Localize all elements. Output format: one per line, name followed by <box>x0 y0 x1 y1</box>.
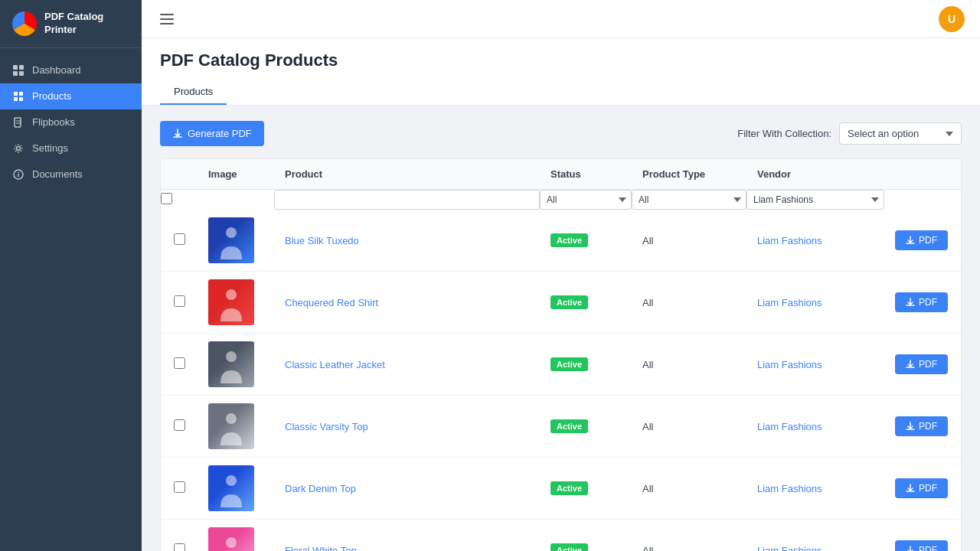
product-image <box>208 279 254 325</box>
dashboard-icon <box>12 64 24 77</box>
download-icon <box>906 422 915 431</box>
product-name[interactable]: Floral White Top <box>285 545 357 552</box>
row-checkbox[interactable] <box>174 357 185 369</box>
product-type-cell: All <box>632 396 746 458</box>
app-name: PDF Catalog Printer <box>44 11 129 37</box>
documents-icon <box>12 168 24 181</box>
generate-pdf-button[interactable]: Generate PDF <box>160 121 264 146</box>
status-filter-select[interactable]: All <box>540 190 632 210</box>
tab-products[interactable]: Products <box>160 80 227 105</box>
product-type-cell: All <box>632 520 746 552</box>
svg-rect-2 <box>13 71 18 76</box>
hamburger-menu[interactable] <box>157 11 177 28</box>
app-logo: PDF Catalog Printer <box>0 0 142 48</box>
svg-rect-5 <box>19 92 23 96</box>
pdf-button[interactable]: PDF <box>895 478 948 498</box>
svg-rect-8 <box>15 118 21 127</box>
page-tabs: Products <box>160 80 962 105</box>
status-badge: Active <box>550 357 588 371</box>
sidebar: PDF Catalog Printer Dashboard Products F… <box>0 0 142 551</box>
table-row: Floral White Top Active All Liam Fashion… <box>161 520 961 552</box>
table-row: Blue Silk Tuxedo Active All Liam Fashion… <box>161 210 961 272</box>
sidebar-item-dashboard[interactable]: Dashboard <box>0 57 142 83</box>
sidebar-item-label: Flipbooks <box>32 116 75 128</box>
vendor-link[interactable]: Liam Fashions <box>757 235 822 246</box>
product-filter-input[interactable] <box>274 190 540 210</box>
th-status: Status <box>540 159 632 190</box>
product-image <box>208 217 254 263</box>
product-name[interactable]: Chequered Red Shirt <box>285 297 378 308</box>
vendor-filter-select[interactable]: Liam Fashions <box>746 190 884 210</box>
vendor-link[interactable]: Liam Fashions <box>757 359 822 370</box>
pdf-button[interactable]: PDF <box>895 540 948 551</box>
sidebar-item-products[interactable]: Products <box>0 83 142 109</box>
pdf-button[interactable]: PDF <box>895 230 948 250</box>
sidebar-item-documents[interactable]: Documents <box>0 161 142 187</box>
row-checkbox[interactable] <box>174 295 185 307</box>
select-all-checkbox[interactable] <box>161 193 172 204</box>
row-checkbox[interactable] <box>174 543 185 551</box>
vendor-link[interactable]: Liam Fashions <box>757 483 822 494</box>
product-image <box>208 403 254 449</box>
product-image <box>208 465 254 511</box>
status-badge: Active <box>550 481 588 495</box>
svg-point-18 <box>226 413 237 424</box>
download-icon <box>906 298 915 307</box>
vendor-link[interactable]: Liam Fashions <box>757 297 822 308</box>
product-image <box>208 527 254 551</box>
row-checkbox[interactable] <box>174 481 185 493</box>
row-checkbox[interactable] <box>174 419 185 431</box>
table-row: Classic Varsity Top Active All Liam Fash… <box>161 396 961 458</box>
svg-point-20 <box>226 537 237 548</box>
user-avatar[interactable]: U <box>939 6 965 32</box>
sidebar-item-label: Documents <box>32 168 83 180</box>
svg-point-15 <box>226 227 237 238</box>
svg-rect-7 <box>19 97 23 101</box>
page-title: PDF Catalog Products <box>160 51 962 70</box>
download-icon <box>906 236 915 245</box>
toolbar: Generate PDF Filter With Collection: Sel… <box>160 121 962 146</box>
sidebar-item-flipbooks[interactable]: Flipbooks <box>0 109 142 135</box>
product-name[interactable]: Classic Leather Jacket <box>285 359 385 370</box>
th-product: Product <box>274 159 540 190</box>
svg-point-14 <box>18 171 19 173</box>
filter-label: Filter With Collection: <box>737 128 831 139</box>
status-badge: Active <box>550 419 588 433</box>
sidebar-item-label: Dashboard <box>32 64 81 76</box>
row-checkbox[interactable] <box>174 233 185 245</box>
svg-point-16 <box>226 289 237 300</box>
sidebar-item-label: Settings <box>32 142 68 154</box>
pdf-button[interactable]: PDF <box>895 354 948 374</box>
sidebar-item-settings[interactable]: Settings <box>0 135 142 161</box>
page-header: PDF Catalog Products Products <box>142 38 980 106</box>
product-type-cell: All <box>632 210 746 272</box>
pdf-button[interactable]: PDF <box>895 292 948 312</box>
settings-icon <box>12 142 24 155</box>
status-badge: Active <box>550 295 588 309</box>
main-content: U PDF Catalog Products Products Generate… <box>142 0 980 551</box>
vendor-link[interactable]: Liam Fashions <box>757 421 822 432</box>
vendor-link[interactable]: Liam Fashions <box>757 545 822 552</box>
product-name[interactable]: Classic Varsity Top <box>285 421 368 432</box>
pdf-button[interactable]: PDF <box>895 416 948 436</box>
svg-rect-3 <box>19 71 24 76</box>
product-type-cell: All <box>632 334 746 396</box>
download-icon <box>172 129 183 139</box>
product-image <box>208 341 254 387</box>
sidebar-item-label: Products <box>32 90 71 102</box>
svg-point-19 <box>226 475 237 486</box>
svg-rect-4 <box>14 92 18 96</box>
filter-section: Filter With Collection: Select an option… <box>737 122 962 145</box>
th-product-type: Product Type <box>632 159 746 190</box>
product-name[interactable]: Dark Denim Top <box>285 483 356 494</box>
download-icon <box>906 484 915 493</box>
status-badge: Active <box>550 233 588 247</box>
svg-rect-1 <box>19 65 24 70</box>
product-type-cell: All <box>632 458 746 520</box>
product-type-filter-select[interactable]: All <box>632 190 746 210</box>
collection-filter-select[interactable]: Select an optionLiam FashionsAll Collect… <box>839 122 962 145</box>
status-badge: Active <box>550 543 588 551</box>
logo-icon <box>12 11 37 36</box>
flipbooks-icon <box>12 116 24 129</box>
product-name[interactable]: Blue Silk Tuxedo <box>285 235 359 246</box>
